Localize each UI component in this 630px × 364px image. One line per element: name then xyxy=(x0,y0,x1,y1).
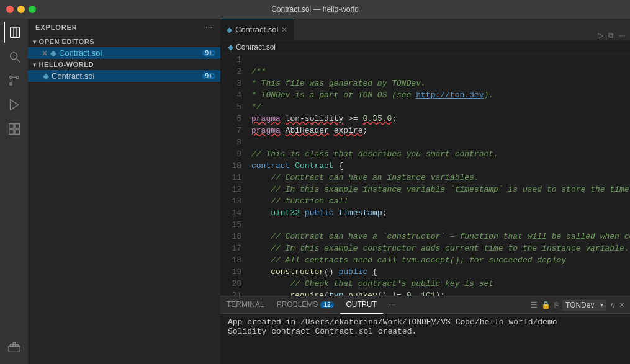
code-line: uint32 public timestamp; xyxy=(251,207,630,219)
editor-area: ◆ Contract.sol ✕ ▷ ⧉ ··· ◆ Contract.sol … xyxy=(220,19,630,364)
copy-icon[interactable]: ⎘ xyxy=(554,301,559,309)
file-icon: ◆ xyxy=(43,71,49,81)
panel-tab-bar: TERMINAL PROBLEMS 12 OUTPUT ··· ☰ 🔒 ⎘ xyxy=(220,296,630,314)
hello-world-section[interactable]: ▾ HELLO-WORLD xyxy=(28,59,220,70)
activity-bar xyxy=(0,19,28,364)
output-line-1: App created in /Users/ekaterina/Work/TON… xyxy=(228,317,623,327)
code-line: pragma ton-solidity >= 0.35.0; xyxy=(251,113,630,125)
tab-close-icon[interactable]: ✕ xyxy=(281,25,287,34)
window-title: Contract.sol — hello-world xyxy=(271,5,359,14)
svg-rect-0 xyxy=(10,27,16,38)
tab-actions: ▷ ⧉ ··· xyxy=(593,31,630,40)
chevron-up-icon[interactable]: ∧ xyxy=(610,301,615,309)
window-controls xyxy=(6,6,36,13)
more-actions-icon[interactable]: ··· xyxy=(619,31,625,40)
panel-tab-output[interactable]: OUTPUT xyxy=(340,296,383,314)
tab-contract-sol[interactable]: ◆ Contract.sol ✕ xyxy=(220,19,294,40)
sidebar-badge: 9+ xyxy=(202,73,215,79)
titlebar: Contract.sol — hello-world xyxy=(0,0,630,19)
svg-rect-9 xyxy=(9,124,13,128)
svg-point-6 xyxy=(16,76,19,79)
code-line: pragma AbiHeader expire; xyxy=(251,125,630,136)
sidebar-actions: ··· xyxy=(205,24,213,31)
terminal-label: TERMINAL xyxy=(227,300,264,309)
code-line: * This file was generated by TONDev. xyxy=(251,78,630,89)
open-editor-item[interactable]: ✕ ◆ Contract.sol 9+ xyxy=(28,47,220,59)
code-line: // All contracts need call tvm.accept();… xyxy=(251,254,630,266)
svg-point-5 xyxy=(9,83,12,86)
svg-rect-10 xyxy=(14,124,19,128)
panel-actions: ☰ 🔒 ⎘ TONDev ∧ ✕ xyxy=(526,300,630,311)
maximize-button[interactable] xyxy=(29,6,36,13)
svg-rect-11 xyxy=(9,130,13,134)
hello-world-label: HELLO-WORLD xyxy=(39,61,94,68)
output-source-selector[interactable]: TONDev xyxy=(562,300,606,311)
split-editor-icon[interactable]: ⧉ xyxy=(608,31,614,40)
code-line: // function call xyxy=(251,195,630,207)
code-line: */ xyxy=(251,101,630,113)
code-line: require(tvm.pubkey() != 0, 101); xyxy=(251,290,630,296)
panel-content: App created in /Users/ekaterina/Work/TON… xyxy=(220,314,630,340)
svg-line-3 xyxy=(16,59,19,63)
code-content: /** * This file was generated by TONDev.… xyxy=(246,54,630,296)
sidebar-file-item[interactable]: ◆ Contract.sol 9+ xyxy=(28,70,220,82)
close-button[interactable] xyxy=(6,6,14,13)
breadcrumb-icon: ◆ xyxy=(228,43,233,51)
tab-filename: Contract.sol xyxy=(235,25,278,34)
sidebar-title: Explorer xyxy=(35,24,78,31)
more-label: ··· xyxy=(389,300,395,309)
tab-file-icon: ◆ xyxy=(227,25,232,34)
breadcrumb-text: Contract.sol xyxy=(236,43,276,51)
svg-point-2 xyxy=(10,53,17,60)
main-layout: Explorer ··· ▾ OPEN EDITORS ✕ ◆ Contract… xyxy=(0,19,630,364)
panel-tab-problems[interactable]: PROBLEMS 12 xyxy=(271,296,340,314)
sidebar-filename: Contract.sol xyxy=(52,71,94,81)
output-line-2: Solidity contract Contract.sol created. xyxy=(228,327,623,336)
panel-tab-more[interactable]: ··· xyxy=(383,296,402,314)
chevron-icon: ▾ xyxy=(33,61,37,68)
svg-marker-7 xyxy=(10,100,18,110)
code-line: // Check that contract's public key is s… xyxy=(251,278,630,290)
docker-icon[interactable] xyxy=(4,337,25,358)
panel-tab-terminal[interactable]: TERMINAL xyxy=(220,296,271,314)
sidebar: Explorer ··· ▾ OPEN EDITORS ✕ ◆ Contract… xyxy=(28,19,220,364)
open-editor-badge: 9+ xyxy=(202,50,215,56)
filter-icon[interactable]: ☰ xyxy=(531,301,538,309)
code-line: // In this example constructor adds curr… xyxy=(251,242,630,254)
svg-rect-12 xyxy=(14,130,19,134)
minimize-button[interactable] xyxy=(17,6,25,13)
svg-rect-16 xyxy=(16,344,18,347)
code-line: /** xyxy=(251,66,630,78)
output-source-select[interactable]: TONDev xyxy=(562,300,606,311)
breadcrumb: ◆ Contract.sol xyxy=(220,40,630,54)
problems-badge: 12 xyxy=(320,301,333,308)
extensions-icon[interactable] xyxy=(4,118,25,140)
chevron-icon: ▾ xyxy=(33,38,37,45)
panel: TERMINAL PROBLEMS 12 OUTPUT ··· ☰ 🔒 ⎘ xyxy=(220,296,630,364)
lock-icon[interactable]: 🔒 xyxy=(541,301,551,309)
run-icon[interactable]: ▷ xyxy=(598,31,603,40)
line-numbers: 12345 678910 1112131415 1617181920 21222… xyxy=(220,54,246,296)
explorer-icon[interactable] xyxy=(4,22,25,43)
open-editors-section[interactable]: ▾ OPEN EDITORS xyxy=(28,36,220,47)
code-line: // Contract can have a `constructor` – f… xyxy=(251,231,630,242)
code-editor[interactable]: 12345 678910 1112131415 1617181920 21222… xyxy=(220,54,630,296)
svg-rect-17 xyxy=(13,343,16,345)
problems-label: PROBLEMS xyxy=(277,300,318,309)
close-panel-icon[interactable]: ✕ xyxy=(619,301,625,309)
code-line xyxy=(251,219,630,231)
more-options-icon[interactable]: ··· xyxy=(205,24,213,31)
code-line: // In this example instance variable `ti… xyxy=(251,184,630,195)
svg-rect-14 xyxy=(10,344,12,347)
code-line: * TONDev is a part of TON OS (see http:/… xyxy=(251,89,630,101)
run-icon[interactable] xyxy=(4,94,25,115)
file-icon: ◆ xyxy=(50,48,56,58)
close-icon[interactable]: ✕ xyxy=(42,49,48,58)
open-editor-filename: Contract.sol xyxy=(59,48,102,58)
source-control-icon[interactable] xyxy=(4,70,25,91)
code-line: constructor() public { xyxy=(251,266,630,278)
output-label: OUTPUT xyxy=(346,300,377,309)
open-editors-label: OPEN EDITORS xyxy=(39,38,95,45)
search-icon[interactable] xyxy=(4,46,25,67)
code-line xyxy=(251,54,630,66)
